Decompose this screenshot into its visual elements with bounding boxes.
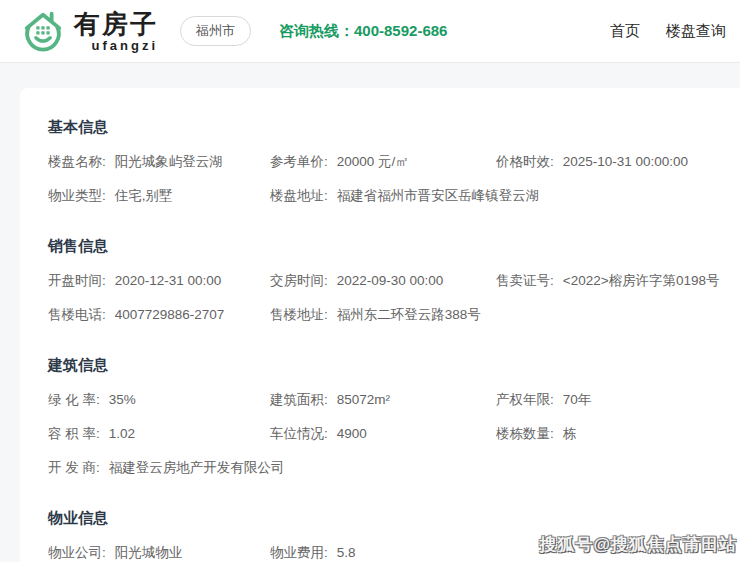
main-nav: 首页 楼盘查询	[610, 22, 726, 41]
info-row: 容 积 率:1.02车位情况:4900楼栋数量:栋	[48, 417, 724, 451]
field-value: 35%	[109, 392, 136, 407]
field-label: 容 积 率:	[48, 426, 100, 441]
field-value: 20000 元/㎡	[337, 154, 409, 169]
info-section: 基本信息楼盘名称:阳光城象屿登云湖参考单价:20000 元/㎡价格时效:2025…	[48, 118, 724, 213]
info-field: 价格时效:2025-10-31 00:00:00	[496, 145, 724, 179]
field-value: 福建登云房地产开发有限公司	[109, 460, 285, 475]
info-section: 建筑信息绿 化 率:35%建筑面积:85072m²产权年限:70年容 积 率:1…	[48, 356, 724, 485]
watermark: 搜狐号@搜狐焦点莆田站	[539, 533, 737, 556]
field-label: 建筑面积:	[270, 392, 328, 407]
field-value: 2020-12-31 00:00	[115, 273, 222, 288]
field-label: 售卖证号:	[496, 273, 554, 288]
info-field: 交房时间:2022-09-30 00:00	[270, 264, 496, 298]
hotline-label: 咨询热线：	[279, 22, 354, 39]
info-row: 楼盘名称:阳光城象屿登云湖参考单价:20000 元/㎡价格时效:2025-10-…	[48, 145, 724, 179]
field-label: 车位情况:	[270, 426, 328, 441]
info-field: 楼盘名称:阳光城象屿登云湖	[48, 145, 270, 179]
field-value: 85072m²	[337, 392, 390, 407]
field-value: 70年	[563, 392, 592, 407]
field-value: 阳光城物业	[115, 545, 183, 560]
field-label: 开 发 商:	[48, 460, 100, 475]
field-value: 1.02	[109, 426, 135, 441]
nav-item-home[interactable]: 首页	[610, 22, 640, 41]
field-label: 价格时效:	[496, 154, 554, 169]
field-value: 阳光城象屿登云湖	[115, 154, 223, 169]
section-title: 销售信息	[48, 237, 724, 256]
info-field: 产权年限:70年	[496, 383, 724, 417]
field-value: 2022-09-30 00:00	[337, 273, 444, 288]
field-label: 物业费用:	[270, 545, 328, 560]
field-value: 福建省福州市晋安区岳峰镇登云湖	[337, 188, 540, 203]
field-label: 绿 化 率:	[48, 392, 100, 407]
field-value: 住宅,别墅	[115, 188, 173, 203]
info-section: 销售信息开盘时间:2020-12-31 00:00交房时间:2022-09-30…	[48, 237, 724, 332]
nav-item-property-search[interactable]: 楼盘查询	[666, 22, 726, 41]
section-title: 建筑信息	[48, 356, 724, 375]
hotline: 咨询热线：400-8592-686	[279, 22, 447, 41]
info-field: 参考单价:20000 元/㎡	[270, 145, 496, 179]
info-field: 售楼地址:福州东二环登云路388号	[270, 298, 724, 332]
hotline-number: 400-8592-686	[354, 22, 447, 39]
info-field: 售卖证号:<2022>榕房许字第0198号	[496, 264, 724, 298]
field-label: 楼盘名称:	[48, 154, 106, 169]
info-field: 物业类型:住宅,别墅	[48, 179, 270, 213]
info-field: 开 发 商:福建登云房地产开发有限公司	[48, 451, 724, 485]
info-row: 物业类型:住宅,别墅楼盘地址:福建省福州市晋安区岳峰镇登云湖	[48, 179, 724, 213]
field-label: 楼栋数量:	[496, 426, 554, 441]
field-label: 开盘时间:	[48, 273, 106, 288]
info-field: 容 积 率:1.02	[48, 417, 270, 451]
field-value: 栋	[563, 426, 577, 441]
field-label: 物业公司:	[48, 545, 106, 560]
info-field: 车位情况:4900	[270, 417, 496, 451]
field-value: 4007729886-2707	[115, 307, 225, 322]
info-field: 建筑面积:85072m²	[270, 383, 496, 417]
field-label: 产权年限:	[496, 392, 554, 407]
field-label: 售楼电话:	[48, 307, 106, 322]
logo-subtitle: ufangzi	[74, 39, 158, 52]
site-logo[interactable]: 有房子 ufangzi	[20, 8, 158, 54]
city-selector[interactable]: 福州市	[180, 16, 251, 46]
info-row: 绿 化 率:35%建筑面积:85072m²产权年限:70年	[48, 383, 724, 417]
field-value: 福州东二环登云路388号	[337, 307, 481, 322]
section-title: 物业信息	[48, 509, 724, 528]
field-label: 交房时间:	[270, 273, 328, 288]
info-field: 售楼电话:4007729886-2707	[48, 298, 270, 332]
house-logo-icon	[20, 8, 66, 54]
field-label: 物业类型:	[48, 188, 106, 203]
logo-title: 有房子	[74, 11, 158, 37]
field-label: 售楼地址:	[270, 307, 328, 322]
info-row: 开盘时间:2020-12-31 00:00交房时间:2022-09-30 00:…	[48, 264, 724, 298]
info-field: 开盘时间:2020-12-31 00:00	[48, 264, 270, 298]
info-field: 物业费用:5.8	[270, 536, 496, 562]
info-row: 开 发 商:福建登云房地产开发有限公司	[48, 451, 724, 485]
top-header: 有房子 ufangzi 福州市 咨询热线：400-8592-686 首页 楼盘查…	[0, 0, 740, 63]
info-field: 绿 化 率:35%	[48, 383, 270, 417]
section-title: 基本信息	[48, 118, 724, 137]
info-field: 楼栋数量:栋	[496, 417, 724, 451]
field-value: 4900	[337, 426, 367, 441]
field-label: 楼盘地址:	[270, 188, 328, 203]
field-value: 5.8	[337, 545, 356, 560]
info-row: 售楼电话:4007729886-2707售楼地址:福州东二环登云路388号	[48, 298, 724, 332]
field-label: 参考单价:	[270, 154, 328, 169]
field-value: <2022>榕房许字第0198号	[563, 273, 720, 288]
info-field: 楼盘地址:福建省福州市晋安区岳峰镇登云湖	[270, 179, 724, 213]
field-value: 2025-10-31 00:00:00	[563, 154, 688, 169]
info-field: 物业公司:阳光城物业	[48, 536, 270, 562]
info-card: 基本信息楼盘名称:阳光城象屿登云湖参考单价:20000 元/㎡价格时效:2025…	[20, 88, 740, 562]
